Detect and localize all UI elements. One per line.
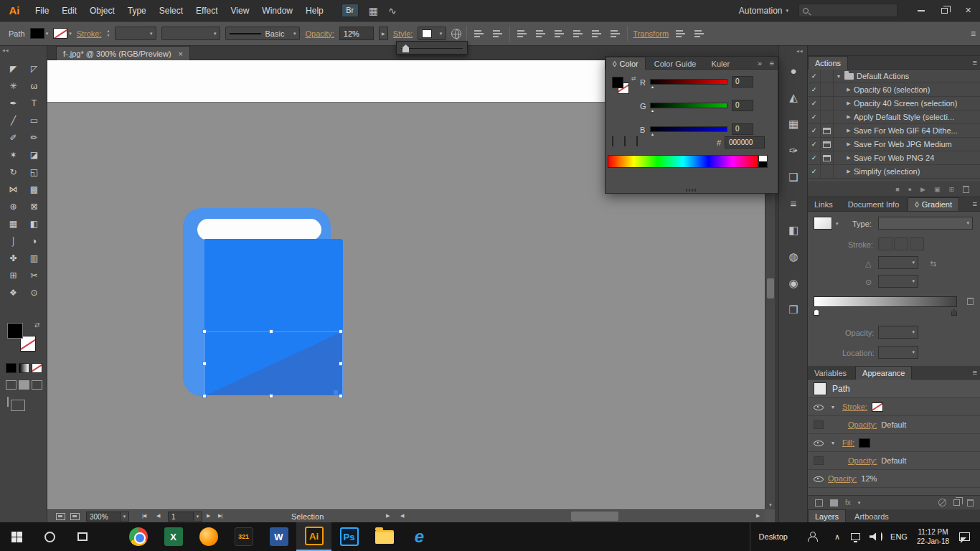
menu-effect[interactable]: Effect xyxy=(189,0,224,22)
style-link[interactable]: Style: xyxy=(393,29,413,38)
dialog-toggle-cell[interactable] xyxy=(821,138,834,151)
dock-symbols-icon[interactable]: ❑ xyxy=(779,164,808,190)
type-tool[interactable]: T xyxy=(24,95,44,112)
shape-builder-tool[interactable]: ⊕ xyxy=(3,198,24,215)
export-icon[interactable] xyxy=(70,513,80,520)
align-bottom-icon[interactable] xyxy=(608,28,622,39)
gradient-location-select[interactable]: ▾ xyxy=(878,346,918,359)
vertical-scroll-thumb[interactable] xyxy=(767,278,774,298)
fullscreen-mode-button[interactable] xyxy=(32,380,42,390)
delete-icon[interactable] xyxy=(963,186,969,193)
action-row[interactable]: ✓ ▶ Save For Web PNG 24 xyxy=(808,151,980,165)
tab-document-info[interactable]: Document Info xyxy=(842,198,906,212)
opacity-link[interactable]: Opacity: xyxy=(305,29,334,38)
visibility-eye-icon[interactable] xyxy=(814,438,824,447)
menu-object[interactable]: Object xyxy=(83,0,121,22)
toggle-item-checkbox[interactable]: ✓ xyxy=(808,151,821,164)
panel-options-icon[interactable] xyxy=(692,28,706,39)
action-row[interactable]: ✓ ▶ Opacity 40 Screen (selection) xyxy=(808,97,980,110)
tab-variables[interactable]: Variables xyxy=(808,367,853,380)
isolate-object-icon[interactable] xyxy=(472,28,486,39)
taskbar-illustrator[interactable]: Ai xyxy=(296,522,331,551)
zoom-dropdown-icon[interactable]: ▼ xyxy=(120,512,129,522)
new-set-icon[interactable]: ▣ xyxy=(934,186,941,193)
play-selection-icon[interactable]: ▶ xyxy=(920,186,925,193)
dock-swatches-icon[interactable]: ▦ xyxy=(779,110,808,137)
tab-gradient[interactable]: ◊ Gradient xyxy=(908,197,959,211)
twirl-closed-icon[interactable]: ▶ xyxy=(844,141,854,147)
align-middle-icon[interactable] xyxy=(590,28,603,39)
symbol-sprayer-tool[interactable]: ✤ xyxy=(3,250,24,267)
green-value-input[interactable]: 0 xyxy=(732,100,753,111)
menu-help[interactable]: Help xyxy=(299,0,330,22)
paintbrush-tool[interactable]: ✐ xyxy=(3,129,24,146)
tab-artboards[interactable]: Artboards xyxy=(848,510,895,523)
object-opacity-row[interactable]: Opacity: 12% xyxy=(808,470,980,488)
stop-playing-icon[interactable]: ■ xyxy=(895,186,899,193)
tab-actions[interactable]: Actions xyxy=(808,56,848,70)
task-view-button[interactable] xyxy=(66,522,99,551)
opacity-slider-track[interactable] xyxy=(401,48,463,49)
dialog-toggle-cell[interactable] xyxy=(821,97,834,110)
gradient-angle-select[interactable]: ▾ xyxy=(878,256,918,269)
stroke-swatch[interactable] xyxy=(53,28,67,39)
selection-bounding-box[interactable] xyxy=(204,331,343,396)
align-center-icon[interactable] xyxy=(534,28,547,39)
action-center-button[interactable] xyxy=(955,522,980,551)
action-row[interactable]: ✓ ▶ Save For Web GIF 64 Dithe... xyxy=(808,124,980,138)
twirl-open-icon[interactable]: ▼ xyxy=(828,441,838,446)
arrange-documents-icon[interactable]: ▦ xyxy=(369,5,378,17)
language-indicator[interactable]: ENG xyxy=(887,522,911,551)
opacity-slider-button[interactable]: ▶ xyxy=(379,27,388,40)
align-right-icon[interactable] xyxy=(552,28,566,39)
last-artboard-button[interactable]: ▶| xyxy=(218,513,222,519)
stroke-color-dropdown[interactable]: ▾ xyxy=(53,28,72,39)
mesh-tool[interactable]: ▦ xyxy=(3,215,24,232)
menu-type[interactable]: Type xyxy=(121,0,153,22)
stroke-width-stepper[interactable]: ▲ ▼ xyxy=(107,29,110,37)
app-logo[interactable]: Ai xyxy=(0,4,29,17)
column-graph-tool[interactable]: ▥ xyxy=(24,250,44,267)
blue-value-input[interactable]: 0 xyxy=(732,123,753,135)
scale-tool[interactable]: ◱ xyxy=(24,164,44,181)
selection-handle-middle-left[interactable] xyxy=(202,362,207,366)
tab-color-guide[interactable]: Color Guide xyxy=(648,57,703,70)
add-effect-icon[interactable]: fx xyxy=(845,499,851,507)
gradient-panel-menu-icon[interactable]: ≡ xyxy=(973,199,977,208)
toggle-item-checkbox[interactable]: ✓ xyxy=(808,138,821,151)
taskbar-edge[interactable]: e xyxy=(402,522,437,551)
toggle-item-checkbox[interactable]: ✓ xyxy=(808,124,821,137)
fill-opacity-row[interactable]: Opacity: Default xyxy=(808,452,980,470)
stroke-gradient-within-icon[interactable] xyxy=(878,237,892,250)
fill-color-dropdown[interactable]: ▾ xyxy=(30,28,49,39)
begin-recording-icon[interactable]: ● xyxy=(908,186,912,193)
gradient-fill-swatch[interactable] xyxy=(814,217,832,230)
stroke-attribute-link[interactable]: Stroke: xyxy=(842,402,867,411)
opacity-input[interactable]: 12% xyxy=(339,27,374,40)
eraser-tool[interactable]: ◪ xyxy=(24,146,44,164)
minimize-button[interactable] xyxy=(909,0,933,22)
taskbar-firefox[interactable] xyxy=(191,522,226,551)
twirl-closed-icon[interactable]: ▶ xyxy=(844,155,854,161)
close-button[interactable]: ✕ xyxy=(956,0,980,22)
artboard-dropdown-icon[interactable]: ▼ xyxy=(193,512,202,522)
cs-live-icon[interactable]: ∿ xyxy=(388,5,397,17)
black-swatch[interactable] xyxy=(624,136,626,146)
zoom-level-input[interactable]: 300% xyxy=(86,512,121,522)
tab-close-icon[interactable]: × xyxy=(179,50,183,58)
gradient-swatch-dropdown-icon[interactable]: ▾ xyxy=(836,221,839,227)
rotate-tool[interactable]: ↻ xyxy=(3,164,24,181)
dialog-toggle-cell[interactable] xyxy=(821,124,834,137)
start-button[interactable] xyxy=(0,522,33,551)
gradient-type-select[interactable]: ▾ xyxy=(878,217,973,230)
stroke-opacity-link[interactable]: Opacity: xyxy=(848,420,877,429)
selection-handle-bottom-left[interactable] xyxy=(202,394,207,398)
menu-select[interactable]: Select xyxy=(153,0,189,22)
twirl-closed-icon[interactable]: ▶ xyxy=(844,87,854,93)
dialog-toggle-cell[interactable] xyxy=(821,83,834,96)
perspective-grid-tool[interactable]: ⊠ xyxy=(24,198,44,215)
menu-edit[interactable]: Edit xyxy=(55,0,83,22)
dock-gradient-icon[interactable]: ◧ xyxy=(779,217,808,243)
color-mode-button[interactable] xyxy=(6,363,17,373)
tab-kuler[interactable]: Kuler xyxy=(705,57,737,70)
